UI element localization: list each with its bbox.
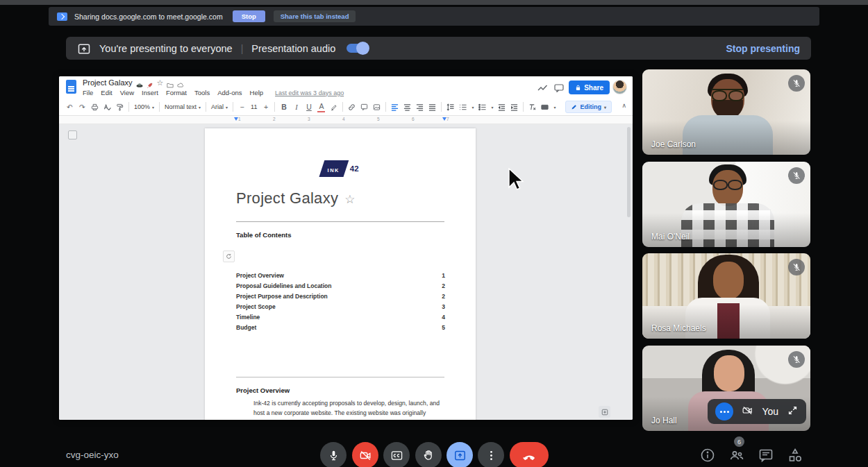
editing-mode-select[interactable]: Editing ▾: [565, 101, 612, 113]
mic-muted-icon: [788, 351, 805, 368]
add-comment-icon[interactable]: [360, 102, 368, 112]
underline-button[interactable]: U: [305, 102, 312, 112]
decrease-font-icon[interactable]: −: [238, 102, 246, 112]
toc-refresh-button[interactable]: [223, 251, 235, 262]
toc-row[interactable]: Project Purpose and Description2: [236, 293, 445, 303]
zoom-select[interactable]: 100%▾: [134, 103, 154, 110]
menu-addons[interactable]: Add-ons: [217, 89, 242, 96]
google-docs-window: Project Galaxy ☆ File Edit View: [59, 76, 633, 420]
input-tools-icon[interactable]: [541, 102, 549, 112]
menu-edit[interactable]: Edit: [101, 89, 112, 96]
menu-insert[interactable]: Insert: [142, 89, 158, 96]
toc-row[interactable]: Timeline4: [236, 314, 445, 324]
font-size-value[interactable]: 11: [251, 103, 257, 110]
toc-row[interactable]: Proposal Guidelines and Location2: [236, 282, 445, 293]
bulleted-list-caret[interactable]: ▾: [491, 105, 493, 110]
text-color-button[interactable]: A: [317, 101, 325, 112]
italic-button[interactable]: I: [292, 102, 300, 112]
star-document-icon[interactable]: ☆: [157, 79, 164, 86]
menu-tools[interactable]: Tools: [194, 89, 210, 96]
participant-tile-rosa-michaels[interactable]: Rosa Michaels: [642, 253, 810, 339]
ruler-number: 5: [377, 117, 380, 121]
chat-icon[interactable]: [758, 447, 774, 464]
participant-tile-jo-hall-you[interactable]: Jo Hall You: [642, 346, 810, 431]
numbered-list-icon[interactable]: [459, 102, 467, 112]
clear-formatting-icon[interactable]: [528, 102, 536, 112]
share-this-tab-button[interactable]: Share this tab instead: [274, 10, 356, 22]
title-rule: [236, 221, 444, 222]
align-left-icon[interactable]: [391, 102, 399, 112]
bulleted-list-icon[interactable]: [478, 102, 486, 112]
stop-sharing-button[interactable]: Stop: [233, 10, 265, 22]
camera-off-button[interactable]: [352, 442, 378, 467]
docs-header: Project Galaxy ☆ File Edit View: [59, 76, 633, 99]
self-tile-controls: You: [708, 399, 806, 424]
menu-file[interactable]: File: [83, 89, 93, 96]
paint-format-icon[interactable]: [116, 102, 124, 112]
insert-image-icon[interactable]: [373, 102, 381, 112]
document-canvas: INK 42 Project Galaxy☆ Table of Contents…: [59, 124, 633, 420]
microphone-button[interactable]: [320, 442, 347, 467]
move-folder-icon[interactable]: [167, 79, 174, 86]
document-scrollbar[interactable]: [627, 127, 631, 217]
undo-icon[interactable]: ↶: [66, 102, 74, 112]
logo-42-text: 42: [350, 164, 359, 173]
ruler[interactable]: 1 2 3 4 5 6 7: [59, 116, 633, 124]
menu-format[interactable]: Format: [166, 89, 187, 96]
toc-row[interactable]: Budget5: [236, 324, 445, 334]
fullscreen-icon[interactable]: [787, 405, 799, 419]
highlight-icon[interactable]: [330, 102, 337, 112]
account-avatar[interactable]: [612, 80, 627, 94]
toc-row[interactable]: Project Scope3: [236, 303, 445, 314]
last-edit-link[interactable]: Last edit was 3 days ago: [275, 90, 344, 96]
meeting-details-icon[interactable]: [699, 447, 716, 464]
menu-help[interactable]: Help: [250, 89, 264, 96]
raise-hand-button[interactable]: [415, 442, 442, 467]
input-tools-caret[interactable]: ▾: [553, 105, 556, 110]
share-button[interactable]: Share: [569, 80, 610, 94]
increase-indent-icon[interactable]: [510, 102, 518, 112]
captions-button[interactable]: [383, 442, 410, 467]
stop-presenting-button[interactable]: Stop presenting: [726, 43, 800, 54]
table-of-contents[interactable]: Project Overview1 Proposal Guidelines an…: [236, 272, 445, 334]
toc-row[interactable]: Project Overview1: [236, 272, 445, 282]
decrease-indent-icon[interactable]: [498, 102, 506, 112]
right-indent-marker[interactable]: [442, 117, 446, 121]
align-center-icon[interactable]: [403, 102, 411, 112]
present-now-button[interactable]: [446, 442, 473, 467]
justify-icon[interactable]: [428, 102, 436, 112]
more-options-button[interactable]: [715, 402, 733, 421]
activities-icon[interactable]: [787, 447, 803, 464]
presentation-audio-label: Presentation audio: [251, 43, 335, 54]
redo-icon[interactable]: ↷: [78, 102, 86, 112]
menu-view[interactable]: View: [120, 89, 134, 96]
paragraph-style-select[interactable]: Normal text▾: [165, 103, 201, 110]
spellcheck-icon[interactable]: [103, 102, 111, 112]
font-select[interactable]: Arial▾: [211, 103, 228, 110]
bold-button[interactable]: B: [280, 102, 287, 112]
insert-link-icon[interactable]: [348, 102, 356, 112]
cloud-status-icon[interactable]: [177, 79, 184, 86]
toggle-knob: [356, 42, 369, 55]
participant-tile-joe-carlson[interactable]: Joe Carlson: [642, 69, 810, 155]
leave-call-button[interactable]: [510, 442, 549, 467]
print-icon[interactable]: [91, 102, 99, 112]
explore-button[interactable]: [599, 406, 610, 418]
comments-icon[interactable]: [554, 83, 564, 91]
increase-font-icon[interactable]: +: [262, 102, 269, 112]
more-options-button[interactable]: [478, 442, 504, 467]
line-spacing-icon[interactable]: [446, 102, 454, 112]
document-outline-icon[interactable]: [68, 130, 77, 139]
document-page[interactable]: INK 42 Project Galaxy☆ Table of Contents…: [205, 128, 476, 420]
presenting-status-text: You're presenting to everyone: [99, 43, 233, 54]
collapse-toolbar-icon[interactable]: ∧: [621, 102, 626, 109]
page-title: Project Galaxy☆: [236, 189, 356, 207]
participants-icon[interactable]: [728, 447, 745, 464]
presentation-audio-toggle[interactable]: [347, 44, 367, 53]
document-title[interactable]: Project Galaxy: [83, 78, 133, 87]
participant-tile-mai-oneil[interactable]: Mai O'Neil: [642, 162, 810, 247]
edit-history-icon[interactable]: [537, 83, 548, 91]
numbered-list-caret[interactable]: ▾: [471, 105, 474, 110]
left-indent-marker[interactable]: [234, 117, 238, 121]
align-right-icon[interactable]: [416, 102, 424, 112]
